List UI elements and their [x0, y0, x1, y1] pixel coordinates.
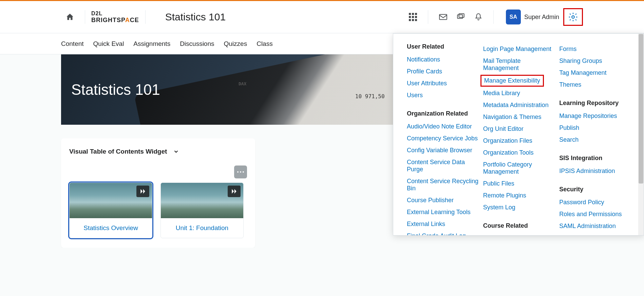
admin-link-tag-management[interactable]: Tag Management — [559, 67, 631, 79]
topbar: D2L BRIGHTSPACE Statistics 101 SA Super … — [0, 1, 644, 33]
toc-tile[interactable]: Unit 1: Foundation — [160, 182, 244, 238]
menu-col-1: User Related NotificationsProfile CardsU… — [407, 43, 483, 226]
tile-label: Unit 1: Foundation — [161, 218, 243, 238]
toc-tile[interactable]: Statistics Overview — [69, 182, 152, 238]
fast-forward-icon — [228, 186, 241, 197]
heading-security: Security — [559, 186, 631, 193]
svg-rect-0 — [439, 14, 447, 19]
admin-link-portfolio-category-management[interactable]: Portfolio Category Management — [483, 159, 555, 178]
svg-rect-1 — [457, 15, 462, 19]
nav-assignments[interactable]: Assignments — [133, 40, 170, 48]
admin-link-remote-plugins[interactable]: Remote Plugins — [483, 190, 555, 202]
separator — [85, 10, 85, 24]
heading-user-related: User Related — [407, 43, 479, 50]
admin-link-roles-and-permissions[interactable]: Roles and Permissions — [559, 208, 631, 220]
toc-widget: Visual Table of Contents Widget Statisti… — [61, 138, 255, 248]
home-icon[interactable] — [65, 12, 75, 22]
menu-col-2: Login Page ManagementMail Template Manag… — [483, 43, 560, 226]
admin-link-themes[interactable]: Themes — [559, 79, 631, 91]
svg-rect-2 — [459, 14, 464, 17]
admin-tools-menu: User Related NotificationsProfile CardsU… — [393, 33, 644, 236]
apps-grid-icon[interactable] — [408, 12, 418, 22]
tile-label: Statistics Overview — [70, 218, 152, 238]
admin-link-search[interactable]: Search — [559, 134, 631, 146]
logo-bottom: BRIGHTSPACE — [91, 17, 139, 23]
svg-point-3 — [572, 16, 574, 18]
admin-link-sharing-groups[interactable]: Sharing Groups — [559, 55, 631, 67]
widget-title: Visual Table of Contents Widget — [69, 148, 167, 155]
admin-link-competency-service-jobs[interactable]: Competency Service Jobs — [407, 133, 479, 144]
widget-header[interactable]: Visual Table of Contents Widget — [69, 148, 247, 155]
admin-link-audio-video-note-editor[interactable]: Audio/Video Note Editor — [407, 121, 479, 133]
brightspace-logo[interactable]: D2L BRIGHTSPACE — [91, 11, 139, 23]
chat-icon[interactable] — [456, 12, 466, 22]
tile-thumbnail — [161, 183, 243, 218]
gear-icon — [568, 12, 578, 22]
heading-org-related: Organization Related — [407, 110, 479, 117]
admin-link-notifications[interactable]: Notifications — [407, 54, 479, 66]
admin-link-metadata-administration[interactable]: Metadata Administration — [483, 99, 555, 111]
admin-link-manage-extensibility[interactable]: Manage Extensibility — [480, 75, 544, 87]
admin-link-manage-repositories[interactable]: Manage Repositories — [559, 110, 631, 122]
banner-number: 10 971,50 — [355, 93, 385, 100]
admin-link-org-unit-editor[interactable]: Org Unit Editor — [483, 123, 555, 135]
logo-top: D2L — [91, 11, 102, 16]
admin-link-external-learning-tools[interactable]: External Learning Tools — [407, 206, 479, 218]
admin-link-attendance-schemes[interactable]: Attendance Schemes — [483, 233, 555, 236]
tile-thumbnail — [70, 183, 152, 218]
nav-discussions[interactable]: Discussions — [180, 40, 214, 48]
nav-quizzes[interactable]: Quizzes — [224, 40, 247, 48]
admin-link-login-page-management[interactable]: Login Page Management — [483, 43, 555, 55]
admin-link-content-service-recycling-bin[interactable]: Content Service Recycling Bin — [407, 175, 479, 194]
chevron-down-icon — [173, 149, 179, 155]
heading-sis: SIS Integration — [559, 155, 631, 162]
admin-link-ipsis-administration[interactable]: IPSIS Administration — [559, 165, 631, 177]
nav-content[interactable]: Content — [61, 40, 84, 48]
nav-class[interactable]: Class — [257, 40, 273, 48]
admin-link-public-files[interactable]: Public Files — [483, 178, 555, 190]
admin-link-mail-template-management[interactable]: Mail Template Management — [483, 55, 555, 74]
admin-link-user-attributes[interactable]: User Attributes — [407, 77, 479, 89]
admin-link-password-policy[interactable]: Password Policy — [559, 196, 631, 208]
admin-gear-button[interactable] — [563, 8, 583, 26]
separator — [493, 10, 494, 24]
avatar[interactable]: SA — [506, 10, 521, 24]
menu-col-3: FormsSharing GroupsTag ManagementThemes … — [559, 43, 636, 226]
course-title: Statistics 101 — [165, 11, 226, 23]
bell-icon[interactable] — [474, 12, 483, 22]
mail-icon[interactable] — [438, 12, 448, 22]
heading-course-related: Course Related — [483, 222, 555, 229]
admin-link-users[interactable]: Users — [407, 89, 479, 101]
nav-quick-eval[interactable]: Quick Eval — [93, 40, 124, 48]
admin-link-navigation-themes[interactable]: Navigation & Themes — [483, 111, 555, 123]
topbar-right: SA Super Admin — [404, 8, 583, 26]
admin-link-course-publisher[interactable]: Course Publisher — [407, 194, 479, 206]
admin-link-content-service-data-purge[interactable]: Content Service Data Purge — [407, 156, 479, 175]
admin-link-final-grade-audit-log[interactable]: Final Grade Audit Log — [407, 230, 479, 236]
toc-tiles: Statistics Overview Unit 1: Foundation — [69, 182, 247, 238]
separator — [145, 10, 146, 24]
banner-title: Statistics 101 — [71, 81, 160, 98]
banner-dax: DAX — [239, 81, 246, 86]
admin-link-system-log[interactable]: System Log — [483, 202, 555, 213]
admin-link-saml-administration[interactable]: SAML Administration — [559, 220, 631, 232]
menu-scrollbar[interactable] — [638, 34, 644, 235]
separator — [428, 10, 428, 24]
admin-link-forms[interactable]: Forms — [559, 43, 631, 55]
admin-link-organization-files[interactable]: Organization Files — [483, 135, 555, 147]
widget-more-button[interactable] — [234, 166, 247, 178]
admin-link-external-links[interactable]: External Links — [407, 218, 479, 230]
username[interactable]: Super Admin — [524, 14, 559, 21]
fast-forward-icon — [136, 186, 149, 197]
admin-link-profile-cards[interactable]: Profile Cards — [407, 66, 479, 77]
heading-learning-repo: Learning Repository — [559, 100, 631, 107]
admin-link-media-library[interactable]: Media Library — [483, 87, 555, 99]
admin-link-config-variable-browser[interactable]: Config Variable Browser — [407, 144, 479, 156]
admin-link-organization-tools[interactable]: Organization Tools — [483, 147, 555, 159]
admin-link-publish[interactable]: Publish — [559, 122, 631, 134]
